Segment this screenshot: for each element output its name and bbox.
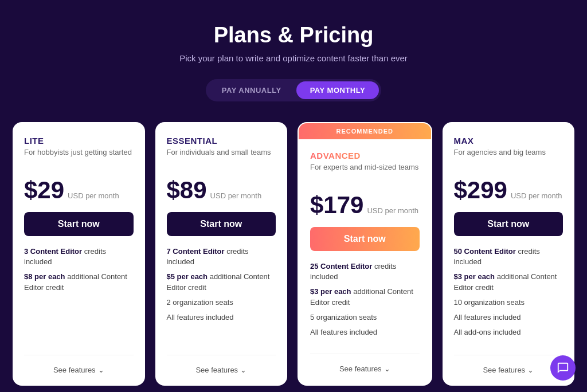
pay-monthly-button[interactable]: PAY MONTHLY <box>296 81 379 99</box>
plan-price-row-essential: $89 USD per month <box>167 177 276 204</box>
feature-item: All features included <box>167 312 276 323</box>
plan-price-unit-max: USD per month <box>511 191 562 200</box>
plan-features-advanced: 25 Content Editor credits included$3 per… <box>310 261 420 354</box>
chevron-down-icon: ⌄ <box>240 366 246 374</box>
plan-features-max: 50 Content Editor credits included$3 per… <box>454 246 563 355</box>
start-button-lite[interactable]: Start now <box>24 212 134 236</box>
feature-item: $3 per each additional Content Editor cr… <box>454 272 563 292</box>
see-features-button-advanced[interactable]: See features ⌄ <box>310 354 420 373</box>
start-button-max[interactable]: Start now <box>454 212 563 236</box>
feature-item: All features included <box>454 312 563 323</box>
start-button-advanced[interactable]: Start now <box>310 227 420 251</box>
feature-item: $5 per each additional Content Editor cr… <box>167 272 276 292</box>
recommended-badge: RECOMMENDED <box>299 123 431 139</box>
chevron-down-icon: ⌄ <box>527 366 534 374</box>
plan-price-row-max: $299 USD per month <box>454 177 563 204</box>
plan-price-essential: $89 <box>167 177 207 204</box>
plan-name-essential: ESSENTIAL <box>167 136 276 146</box>
page-title: Plans & Pricing <box>214 23 374 48</box>
see-features-button-essential[interactable]: See features ⌄ <box>167 355 276 374</box>
plan-tagline-essential: For individuals and small teams <box>167 148 276 168</box>
plan-card-max: MAXFor agencies and big teams $299 USD p… <box>443 122 575 386</box>
start-button-essential[interactable]: Start now <box>167 212 276 236</box>
plan-price-max: $299 <box>454 177 507 204</box>
plan-price-unit-lite: USD per month <box>68 191 119 200</box>
plan-name-lite: LITE <box>24 136 134 146</box>
plan-price-row-advanced: $179 USD per month <box>310 191 420 219</box>
feature-item: 5 organization seats <box>310 312 420 323</box>
see-features-button-max[interactable]: See features ⌄ <box>454 355 563 374</box>
feature-item: 50 Content Editor credits included <box>454 246 563 267</box>
plan-price-advanced: $179 <box>310 191 363 219</box>
see-features-button-lite[interactable]: See features ⌄ <box>24 355 134 374</box>
plan-card-essential: ESSENTIALFor individuals and small teams… <box>155 122 288 386</box>
feature-item: 3 Content Editor credits included <box>24 246 134 267</box>
plan-price-unit-advanced: USD per month <box>367 206 418 215</box>
page-subtitle: Pick your plan to write and optimize con… <box>179 53 408 63</box>
feature-item: 10 organization seats <box>454 297 563 308</box>
plan-price-lite: $29 <box>24 177 64 204</box>
feature-item: 25 Content Editor credits included <box>310 261 420 282</box>
plan-price-row-lite: $29 USD per month <box>24 177 134 204</box>
plan-features-lite: 3 Content Editor credits included$8 per … <box>24 246 134 355</box>
plans-grid: LITEFor hobbyists just getting started $… <box>13 122 574 386</box>
billing-toggle: PAY ANNUALLY PAY MONTHLY <box>206 79 381 101</box>
plan-card-lite: LITEFor hobbyists just getting started $… <box>13 122 145 386</box>
chevron-down-icon: ⌄ <box>384 364 390 373</box>
pay-annually-button[interactable]: PAY ANNUALLY <box>208 81 295 99</box>
plan-tagline-lite: For hobbyists just getting started <box>24 148 134 168</box>
feature-item: All features included <box>310 327 420 338</box>
plan-features-essential: 7 Content Editor credits included$5 per … <box>167 246 276 355</box>
feature-item: 2 organization seats <box>167 297 276 308</box>
plan-tagline-advanced: For experts and mid-sized teams <box>310 163 420 183</box>
plan-name-advanced: ADVANCED <box>310 151 420 160</box>
plan-price-unit-essential: USD per month <box>210 191 262 200</box>
feature-item: $8 per each additional Content Editor cr… <box>24 272 134 292</box>
plan-tagline-max: For agencies and big teams <box>454 148 563 168</box>
chat-bubble[interactable] <box>550 355 576 381</box>
feature-item: $3 per each additional Content Editor cr… <box>310 287 420 307</box>
plan-card-advanced: RECOMMENDEDADVANCEDFor experts and mid-s… <box>298 122 432 386</box>
plan-name-max: MAX <box>454 136 563 146</box>
chevron-down-icon: ⌄ <box>98 366 104 374</box>
feature-item: 7 Content Editor credits included <box>167 246 276 267</box>
feature-item: All add-ons included <box>454 327 563 338</box>
